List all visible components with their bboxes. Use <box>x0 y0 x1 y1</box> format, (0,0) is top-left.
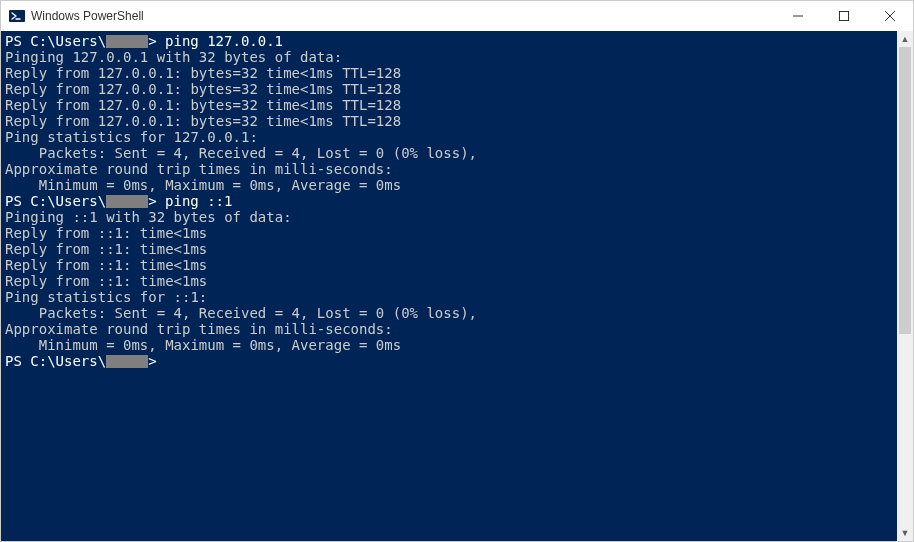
maximize-button[interactable] <box>821 1 867 31</box>
terminal-line: Reply from 127.0.0.1: bytes=32 time<1ms … <box>5 97 893 113</box>
close-button[interactable] <box>867 1 913 31</box>
window-title: Windows PowerShell <box>31 9 144 23</box>
svg-line-4 <box>885 11 895 21</box>
prompt-line: PS C:\Users\> <box>5 353 893 369</box>
redacted-username <box>106 355 148 368</box>
terminal-line: Reply from 127.0.0.1: bytes=32 time<1ms … <box>5 65 893 81</box>
terminal-output[interactable]: PS C:\Users\> ping 127.0.0.1Pinging 127.… <box>1 31 897 541</box>
terminal-line: Pinging ::1 with 32 bytes of data: <box>5 209 893 225</box>
scrollbar-thumb[interactable] <box>899 47 911 334</box>
prompt-line: PS C:\Users\> ping 127.0.0.1 <box>5 33 893 49</box>
terminal-line: Pinging 127.0.0.1 with 32 bytes of data: <box>5 49 893 65</box>
scroll-up-arrow[interactable]: ▲ <box>897 31 913 47</box>
redacted-username <box>106 35 148 48</box>
terminal-line: Minimum = 0ms, Maximum = 0ms, Average = … <box>5 177 893 193</box>
terminal-line: Packets: Sent = 4, Received = 4, Lost = … <box>5 145 893 161</box>
minimize-button[interactable] <box>775 1 821 31</box>
terminal-line: Approximate round trip times in milli-se… <box>5 321 893 337</box>
scroll-down-arrow[interactable]: ▼ <box>897 525 913 541</box>
window-titlebar[interactable]: Windows PowerShell <box>1 1 913 31</box>
terminal-line: Ping statistics for 127.0.0.1: <box>5 129 893 145</box>
svg-rect-3 <box>840 12 849 21</box>
terminal-line: Reply from ::1: time<1ms <box>5 225 893 241</box>
terminal-line: Packets: Sent = 4, Received = 4, Lost = … <box>5 305 893 321</box>
terminal-line: Ping statistics for ::1: <box>5 289 893 305</box>
terminal-line: Minimum = 0ms, Maximum = 0ms, Average = … <box>5 337 893 353</box>
terminal-line: Reply from ::1: time<1ms <box>5 273 893 289</box>
command-text: ping 127.0.0.1 <box>165 33 283 49</box>
redacted-username <box>106 195 148 208</box>
command-text: ping ::1 <box>165 193 232 209</box>
svg-line-5 <box>885 11 895 21</box>
terminal-area: PS C:\Users\> ping 127.0.0.1Pinging 127.… <box>1 31 913 541</box>
svg-rect-0 <box>9 10 25 22</box>
terminal-line: Reply from 127.0.0.1: bytes=32 time<1ms … <box>5 113 893 129</box>
terminal-line: Approximate round trip times in milli-se… <box>5 161 893 177</box>
terminal-line: Reply from 127.0.0.1: bytes=32 time<1ms … <box>5 81 893 97</box>
vertical-scrollbar[interactable]: ▲ ▼ <box>897 31 913 541</box>
prompt-line: PS C:\Users\> ping ::1 <box>5 193 893 209</box>
terminal-line: Reply from ::1: time<1ms <box>5 257 893 273</box>
powershell-icon <box>9 8 25 24</box>
scrollbar-track[interactable] <box>897 47 913 525</box>
terminal-line: Reply from ::1: time<1ms <box>5 241 893 257</box>
